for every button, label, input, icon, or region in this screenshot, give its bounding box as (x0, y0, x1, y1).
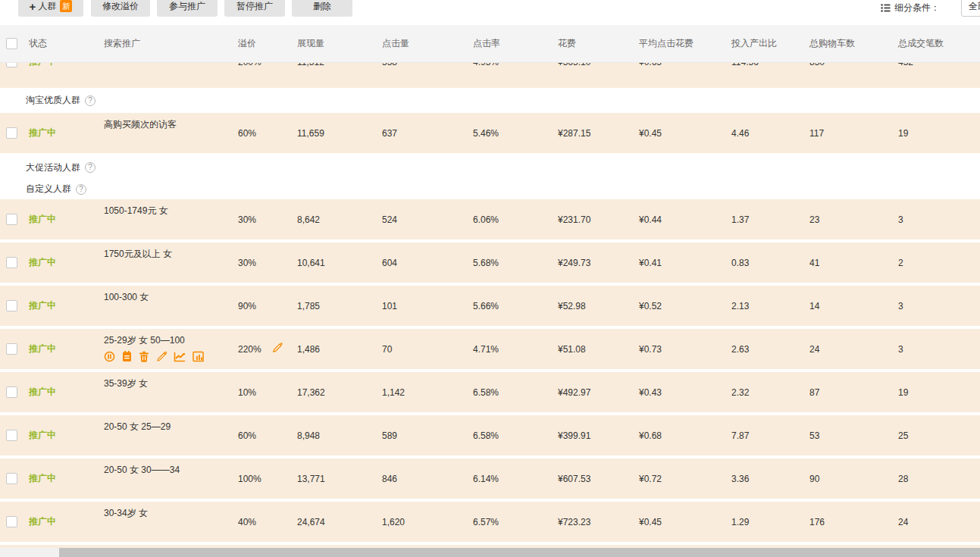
impressions-value: 11,659 (291, 128, 376, 139)
pause-icon[interactable] (104, 351, 115, 365)
roi-value: 1.29 (725, 517, 803, 527)
plus-icon: + (30, 1, 36, 12)
modify-premium-button[interactable]: 修改溢价 (91, 0, 150, 17)
status-badge: 推广中 (29, 516, 56, 527)
clicks-value: 70 (376, 344, 467, 355)
premium-value: 40% (238, 517, 256, 527)
column-header: 搜索推广 (98, 37, 232, 50)
roi-value: 114.56 (725, 63, 803, 67)
clicks-value: 524 (376, 214, 467, 225)
roi-value: 3.36 (725, 474, 803, 484)
orders-value: 452 (892, 63, 980, 67)
clicks-value: 558 (376, 63, 467, 67)
impressions-value: 1,486 (291, 344, 376, 355)
row-checkbox[interactable] (6, 473, 17, 484)
select-all-checkbox[interactable] (6, 38, 17, 49)
row-checkbox[interactable] (6, 430, 17, 441)
row-checkbox[interactable] (6, 127, 17, 139)
row-checkbox[interactable] (6, 63, 17, 67)
edit-icon[interactable] (156, 352, 167, 365)
carts-value: 23 (803, 214, 892, 225)
audience-name[interactable]: 1750元及以上 女 (104, 248, 172, 261)
audience-name[interactable]: 20-50 女 25—29 (104, 421, 171, 433)
impressions-value: 8,642 (291, 214, 376, 225)
orders-value: 3 (892, 301, 980, 311)
row-checkbox[interactable] (6, 214, 17, 225)
log-icon[interactable] (122, 351, 132, 365)
audience-name[interactable]: 25-29岁 女 50—100 (104, 334, 185, 347)
roi-value: 4.46 (725, 128, 803, 139)
audience-name[interactable]: 1050-1749元 女 (104, 205, 168, 217)
column-header: 总购物车数 (803, 37, 892, 50)
premium-value: 30% (238, 214, 256, 225)
avg_cost-value: ¥0.45 (633, 517, 725, 527)
table-row: 推广中40%24,6741,6206.57%¥723.23¥0.451.2917… (0, 502, 980, 542)
clicks-value: 101 (376, 301, 467, 311)
roi-value: 7.87 (725, 430, 803, 441)
list-icon (881, 3, 891, 13)
cost-value: ¥723.23 (552, 517, 633, 527)
cost-value: ¥399.91 (552, 430, 633, 441)
status-badge: 推广中 (29, 343, 56, 354)
trend-chart-icon[interactable] (174, 352, 186, 365)
status-badge: 推广中 (29, 430, 56, 440)
roi-value: 2.32 (725, 387, 803, 398)
cost-value: ¥51.08 (552, 344, 633, 355)
audience-group-section: 淘宝优质人群? (0, 88, 980, 113)
audience-name[interactable]: 高购买频次的访客 (104, 118, 177, 131)
carts-value: 176 (803, 517, 892, 527)
avg_cost-value: ¥0.72 (633, 474, 725, 484)
carts-value: 24 (803, 344, 892, 355)
row-checkbox[interactable] (6, 300, 17, 311)
delete-button[interactable]: 删除 (292, 0, 352, 17)
row-checkbox[interactable] (6, 257, 17, 268)
status-badge: 推广中 (29, 63, 56, 67)
help-icon[interactable]: ? (85, 95, 95, 106)
clicks-value: 589 (376, 430, 467, 441)
clicks-value: 1,620 (376, 517, 467, 527)
filter-label: 细分条件： (894, 2, 940, 14)
orders-value: 2 (892, 258, 980, 268)
help-icon[interactable]: ? (85, 162, 95, 173)
horizontal-scrollbar[interactable] (0, 548, 980, 557)
report-icon[interactable] (193, 351, 204, 365)
add-audience-label: 人群 (38, 0, 56, 13)
status-badge: 推广中 (29, 127, 56, 138)
avg_cost-value: ¥0.65 (633, 63, 725, 67)
table-row: 推广中90%1,7851015.66%¥52.98¥0.522.13143100… (0, 286, 980, 326)
help-icon[interactable]: ? (76, 184, 86, 195)
filter-select[interactable]: 全部 (961, 0, 980, 17)
row-checkbox[interactable] (6, 343, 17, 355)
impressions-value: 24,674 (291, 517, 376, 527)
cost-value: ¥607.53 (552, 474, 633, 484)
avg_cost-value: ¥0.44 (633, 214, 725, 225)
section-label: 淘宝优质人群 (26, 94, 80, 107)
row-checkbox[interactable] (6, 386, 17, 398)
column-header: 投入产出比 (725, 37, 803, 50)
impressions-value: 10,641 (291, 258, 376, 268)
delete-icon[interactable] (139, 351, 149, 365)
carts-value: 830 (803, 63, 892, 67)
row-checkbox[interactable] (6, 516, 17, 527)
audience-name[interactable]: 100-300 女 (104, 291, 149, 304)
roi-value: 0.83 (725, 258, 803, 268)
edit-pencil-icon[interactable] (272, 343, 283, 355)
ctr-value: 6.58% (467, 387, 552, 398)
avg_cost-value: ¥0.68 (633, 430, 725, 441)
join-promotion-button[interactable]: 参与推广 (157, 0, 218, 17)
pause-promotion-button[interactable]: 暂停推广 (224, 0, 285, 17)
scrollbar-thumb[interactable] (59, 548, 980, 557)
premium-value: 100% (238, 474, 261, 484)
audience-name[interactable]: 30-34岁 女 (104, 507, 148, 520)
ctr-value: 5.46% (467, 128, 552, 139)
cost-value: ¥492.97 (552, 387, 633, 398)
audience-name[interactable]: 20-50 女 30——34 (104, 464, 180, 477)
clicks-value: 637 (376, 128, 467, 139)
ctr-value: 5.68% (467, 258, 552, 268)
avg_cost-value: ¥0.41 (633, 258, 725, 268)
impressions-value: 17,362 (291, 387, 376, 398)
toolbar: + 人群 新 修改溢价 参与推广 暂停推广 删除 细分条件： 全部 (0, 0, 980, 17)
add-audience-button[interactable]: + 人群 新 (18, 0, 83, 17)
row-action-icons (104, 351, 204, 365)
audience-name[interactable]: 35-39岁 女 (104, 377, 148, 390)
